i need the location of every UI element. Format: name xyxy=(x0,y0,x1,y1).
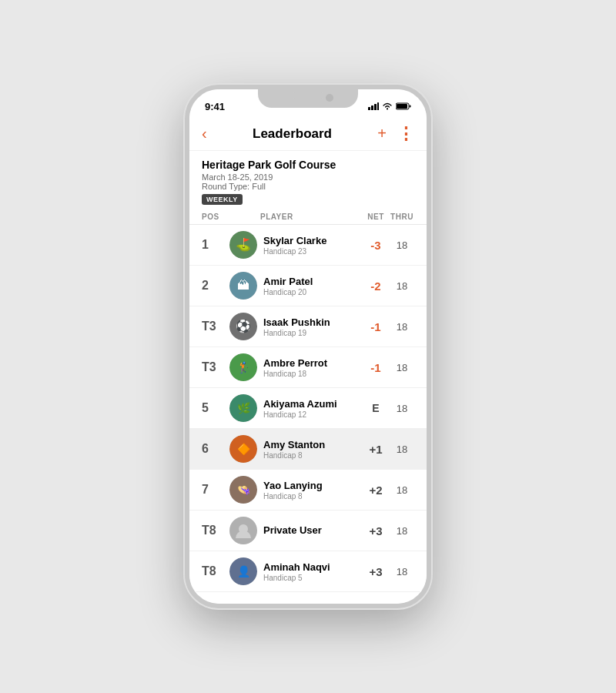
player-row[interactable]: T8 Private User +3 18 xyxy=(189,511,427,551)
navigation-header: ‹ Leaderboard + ⋮ xyxy=(189,117,427,151)
player-avatar: 🌿 xyxy=(229,394,257,422)
power-button xyxy=(430,182,431,228)
player-handicap: Handicap 5 xyxy=(263,574,362,582)
header-left: ‹ xyxy=(202,125,207,142)
svg-text:⚽: ⚽ xyxy=(236,319,251,333)
player-row[interactable]: 5 🌿 Akiyama Azumi Handicap 12 E 18 xyxy=(189,388,427,429)
player-avatar: ⚽ xyxy=(229,313,257,340)
player-name: Skylar Clarke xyxy=(263,235,362,246)
volume-up-button xyxy=(185,188,186,219)
player-handicap: Handicap 23 xyxy=(263,247,362,256)
player-position: 2 xyxy=(202,279,229,293)
player-row[interactable]: 7 👒 Yao Lanying Handicap 8 +2 18 xyxy=(189,470,427,511)
player-name: Amy Stanton xyxy=(263,439,362,450)
player-handicap: Handicap 8 xyxy=(263,451,362,460)
player-thru: 18 xyxy=(390,239,414,251)
player-row[interactable]: 9 🌾 Howard Morrison Handicap 5 +4 18 xyxy=(189,592,427,598)
player-row[interactable]: 6 🔶 Amy Stanton Handicap 8 +1 18 xyxy=(189,429,427,470)
back-button[interactable]: ‹ xyxy=(202,125,207,142)
player-score: +3 xyxy=(362,524,390,537)
player-avatar: 👤 xyxy=(229,557,257,585)
player-position: 6 xyxy=(202,442,229,456)
player-name: Yao Lanying xyxy=(263,480,362,491)
player-score: +1 xyxy=(362,443,390,456)
course-name: Heritage Park Golf Course xyxy=(202,159,414,171)
net-header: NET xyxy=(362,213,390,221)
player-row[interactable]: T3 ⚽ Isaak Pushkin Handicap 19 -1 18 xyxy=(189,306,427,347)
player-name: Akiyama Azumi xyxy=(263,398,362,410)
more-button[interactable]: ⋮ xyxy=(397,124,414,144)
player-info: Isaak Pushkin Handicap 19 xyxy=(263,316,362,337)
player-row[interactable]: 1 ⛳ Skylar Clarke Handicap 23 -3 18 xyxy=(189,225,427,266)
player-name: Aminah Naqvi xyxy=(263,561,362,573)
player-thru: 18 xyxy=(390,444,414,455)
svg-rect-0 xyxy=(368,107,370,110)
svg-rect-2 xyxy=(374,104,377,110)
player-position: T3 xyxy=(202,320,229,333)
player-thru: 18 xyxy=(390,566,414,578)
svg-point-4 xyxy=(387,109,388,110)
player-position: T8 xyxy=(202,524,229,537)
volume-silent-button xyxy=(185,159,186,180)
player-info: Private User xyxy=(263,524,362,537)
svg-text:🔶: 🔶 xyxy=(237,443,251,456)
svg-text:🏔: 🏔 xyxy=(237,279,249,292)
table-header: POS PLAYER NET THRU xyxy=(189,209,427,225)
battery-icon xyxy=(396,102,411,110)
weekly-badge: WEEKLY xyxy=(202,194,243,205)
status-time: 9:41 xyxy=(205,101,225,112)
player-info: Yao Lanying Handicap 8 xyxy=(263,480,362,500)
player-score: -2 xyxy=(362,280,390,293)
course-info: Heritage Park Golf Course March 18-25, 2… xyxy=(189,151,427,209)
svg-text:👒: 👒 xyxy=(237,484,251,497)
player-score: -1 xyxy=(362,320,390,333)
player-score: E xyxy=(362,402,390,414)
add-button[interactable]: + xyxy=(377,125,387,142)
player-thru: 18 xyxy=(390,280,414,292)
thru-header: THRU xyxy=(390,213,414,221)
player-position: T8 xyxy=(202,564,229,578)
leaderboard-list: 1 ⛳ Skylar Clarke Handicap 23 -3 18 2 🏔 … xyxy=(189,225,427,598)
player-handicap: Handicap 19 xyxy=(263,329,362,337)
player-handicap: Handicap 18 xyxy=(263,370,362,378)
svg-text:👤: 👤 xyxy=(237,565,251,578)
player-row[interactable]: T3 🏌 Ambre Perrot Handicap 18 -1 18 xyxy=(189,347,427,388)
player-header: PLAYER xyxy=(260,213,362,221)
signal-icon xyxy=(368,102,379,110)
header-title: Leaderboard xyxy=(253,126,332,142)
player-avatar: 👒 xyxy=(229,476,257,504)
player-info: Akiyama Azumi Handicap 12 xyxy=(263,398,362,419)
player-thru: 18 xyxy=(390,525,414,537)
player-row[interactable]: T8 👤 Aminah Naqvi Handicap 5 +3 18 xyxy=(189,551,427,592)
player-avatar: 🏌 xyxy=(229,353,257,381)
player-position: 5 xyxy=(202,401,229,415)
player-thru: 18 xyxy=(390,321,414,333)
player-name: Private User xyxy=(263,524,362,536)
header-right: + ⋮ xyxy=(377,124,414,144)
player-name: Isaak Pushkin xyxy=(263,316,362,328)
player-thru: 18 xyxy=(390,362,414,373)
player-handicap: Handicap 8 xyxy=(263,492,362,500)
player-thru: 18 xyxy=(390,484,414,496)
player-handicap: Handicap 20 xyxy=(263,288,362,296)
player-position: 1 xyxy=(202,238,229,252)
player-thru: 18 xyxy=(390,403,414,414)
player-position: 7 xyxy=(202,483,229,497)
svg-rect-3 xyxy=(377,102,379,110)
player-name: Amir Patel xyxy=(263,276,362,287)
player-info: Amy Stanton Handicap 8 xyxy=(263,439,362,460)
phone-frame: 9:41 xyxy=(185,85,431,608)
player-score: +3 xyxy=(362,565,390,578)
player-name: Ambre Perrot xyxy=(263,357,362,369)
player-score: -3 xyxy=(362,239,390,252)
svg-rect-1 xyxy=(371,105,373,110)
notch xyxy=(258,89,358,108)
pos-header: POS xyxy=(202,213,233,221)
player-row[interactable]: 2 🏔 Amir Patel Handicap 20 -2 18 xyxy=(189,266,427,306)
wifi-icon xyxy=(382,102,393,110)
phone-screen: 9:41 xyxy=(189,89,427,604)
player-avatar: 🏔 xyxy=(229,272,257,300)
course-date: March 18-25, 2019 xyxy=(202,172,414,182)
player-position: T3 xyxy=(202,360,229,374)
svg-text:⛳: ⛳ xyxy=(236,237,251,252)
